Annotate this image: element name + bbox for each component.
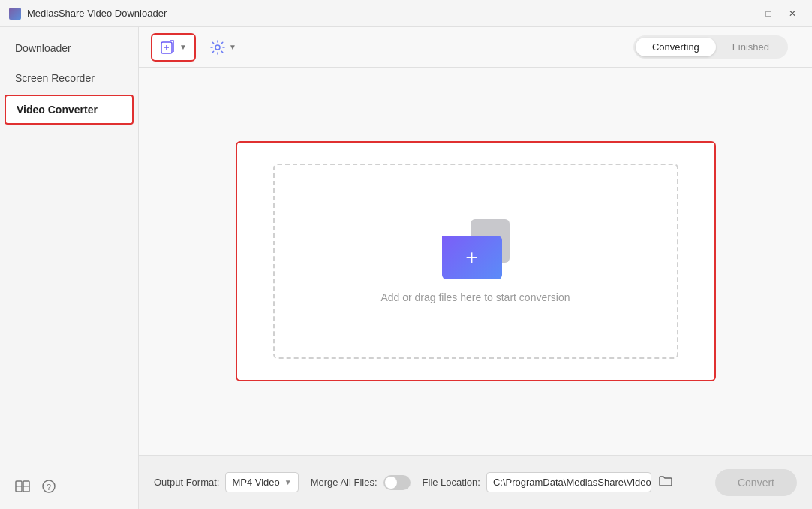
- convert-button[interactable]: Convert: [715, 469, 797, 496]
- sidebar-bottom: ?: [0, 468, 138, 509]
- app-body: Downloader Screen Recorder Video Convert…: [0, 27, 812, 509]
- drop-area: + Add or drag files here to start conver…: [139, 68, 812, 455]
- folder-plus-icon: +: [465, 247, 477, 268]
- title-bar-controls: — □ ✕: [734, 5, 803, 22]
- format-chevron-icon: ▼: [284, 478, 292, 486]
- file-location-label: File Location:: [423, 477, 480, 488]
- svg-point-9: [215, 45, 220, 50]
- output-format-select[interactable]: MP4 Video ▼: [225, 472, 298, 492]
- svg-text:?: ?: [47, 483, 51, 492]
- folder-front: +: [442, 236, 502, 279]
- file-location-value: C:\ProgramData\MediasShare\Video Downloa…: [493, 477, 651, 488]
- drop-prompt: Add or drag files here to start conversi…: [380, 291, 570, 303]
- app-title: MediasShare Video Downloader: [27, 8, 167, 19]
- output-format-field: Output Format: MP4 Video ▼: [154, 472, 299, 492]
- drop-zone-outer[interactable]: + Add or drag files here to start conver…: [236, 141, 716, 381]
- close-button[interactable]: ✕: [782, 5, 803, 22]
- add-file-chevron: ▼: [179, 43, 187, 51]
- add-file-button[interactable]: ▼: [151, 33, 196, 62]
- merge-label: Merge All Files:: [311, 477, 377, 488]
- sidebar-item-downloader[interactable]: Downloader: [0, 33, 138, 63]
- title-bar: MediasShare Video Downloader — □ ✕: [0, 0, 812, 27]
- settings-button[interactable]: ▼: [202, 35, 244, 60]
- app-icon: [9, 8, 21, 20]
- file-location-field: File Location: C:\ProgramData\MediasShar…: [423, 472, 674, 492]
- minimize-button[interactable]: —: [734, 5, 755, 22]
- merge-field: Merge All Files:: [311, 475, 411, 490]
- title-bar-left: MediasShare Video Downloader: [9, 8, 167, 20]
- sidebar: Downloader Screen Recorder Video Convert…: [0, 27, 139, 509]
- maximize-button[interactable]: □: [758, 5, 779, 22]
- settings-chevron: ▼: [229, 43, 236, 51]
- merge-toggle[interactable]: [383, 475, 411, 490]
- bottom-bar: Output Format: MP4 Video ▼ Merge All Fil…: [139, 455, 812, 509]
- folder-icon: +: [442, 219, 510, 279]
- drop-zone-inner[interactable]: + Add or drag files here to start conver…: [273, 164, 678, 359]
- tab-converting[interactable]: Converting: [636, 38, 716, 56]
- help-icon[interactable]: ?: [42, 480, 56, 497]
- tab-finished[interactable]: Finished: [716, 38, 786, 56]
- file-location-select[interactable]: C:\ProgramData\MediasShare\Video Downloa…: [486, 472, 651, 492]
- toolbar: ▼ ▼ Converting Finished: [139, 27, 812, 68]
- sidebar-item-screen-recorder[interactable]: Screen Recorder: [0, 63, 138, 93]
- book-icon[interactable]: [15, 480, 30, 497]
- folder-browse-button[interactable]: [657, 474, 674, 492]
- output-format-label: Output Format:: [154, 477, 219, 488]
- main-content: ▼ ▼ Converting Finished: [139, 27, 812, 509]
- tab-switch: Converting Finished: [633, 35, 788, 59]
- output-format-value: MP4 Video: [232, 477, 279, 488]
- sidebar-item-video-converter[interactable]: Video Converter: [5, 95, 134, 125]
